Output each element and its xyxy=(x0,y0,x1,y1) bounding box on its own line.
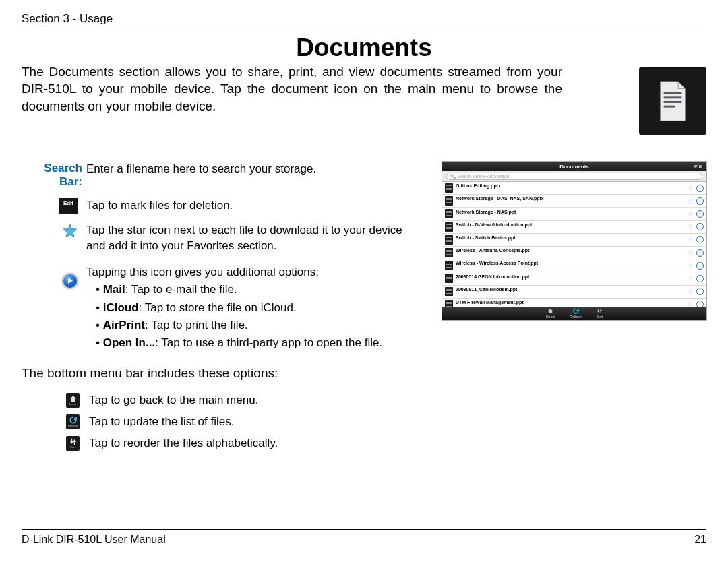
documents-tile-icon xyxy=(639,67,706,135)
option-icloud-text: : Tap to store the file on iCloud. xyxy=(139,301,297,314)
mock-row: Giftbox Editing.pptx ☆› xyxy=(442,182,706,195)
option-mail-text: : Tap to e-mail the file. xyxy=(125,283,237,296)
document-icon xyxy=(653,80,692,123)
app-screenshot: DocumentsEdit 🔍 Search SharePort Storage… xyxy=(442,162,706,320)
option-icloud-label: iCloud xyxy=(103,301,139,314)
bottom-menu-note: The bottom menu bar includes these optio… xyxy=(22,366,706,381)
home-icon: Home xyxy=(66,393,80,408)
refresh-icon: Refresh xyxy=(66,414,80,429)
searchbar-text: Enter a filename here to search your sto… xyxy=(86,162,422,189)
mock-search: 🔍 Search SharePort Storage xyxy=(446,173,702,180)
footer-page: 21 xyxy=(694,534,706,546)
svg-rect-2 xyxy=(664,101,682,103)
edit-button-icon: Edit xyxy=(59,198,78,214)
option-airprint-label: AirPrint xyxy=(103,319,145,332)
option-mail-label: Mail xyxy=(103,283,125,296)
mock-edit: Edit xyxy=(694,164,702,169)
svg-rect-1 xyxy=(664,96,682,98)
mock-row: 20090911_CableModem.ppt ☆› xyxy=(442,286,706,299)
mock-row: Wireless - Wireless Access Point.ppt ☆› xyxy=(442,259,706,272)
star-icon xyxy=(22,223,86,254)
sort-icon: Sort xyxy=(66,436,80,451)
footer-left: D-Link DIR-510L User Manual xyxy=(22,534,166,546)
svg-rect-0 xyxy=(664,92,682,94)
mock-row: Wireless - Antenna Concepts.ppt ☆› xyxy=(442,247,706,259)
more-options-icon xyxy=(22,263,86,352)
edit-button-text: Tap to mark files for deletion. xyxy=(86,198,422,214)
mock-title: Documents xyxy=(559,164,589,170)
mock-row: 20090514 GPON Introduction.ppt ☆› xyxy=(442,272,706,285)
star-text: Tap the star icon next to each file to d… xyxy=(86,223,422,254)
options-intro: Tapping this icon gives you additional o… xyxy=(86,263,422,281)
mock-bottom-bar: Home Refresh Sort xyxy=(442,307,706,320)
mock-row: Network Storage - NAS.ppt ☆› xyxy=(442,208,706,220)
section-header: Section 3 - Usage xyxy=(22,12,706,28)
home-text: Tap to go back to the main menu. xyxy=(89,394,258,407)
mock-row: Switch - Switch Basics.ppt ☆› xyxy=(442,234,706,247)
refresh-text: Tap to update the list of files. xyxy=(89,415,234,429)
svg-rect-3 xyxy=(664,106,675,108)
option-openin-label: Open In... xyxy=(103,336,155,349)
searchbar-label: Search Bar: xyxy=(22,162,86,189)
mock-row: UTM Firewall Management.ppt ☆› xyxy=(442,299,706,307)
intro-paragraph: The Documents section allows you to shar… xyxy=(22,63,565,115)
mock-row: Switch - D-View 6 Introduction.ppt ☆› xyxy=(442,221,706,234)
page-title: Documents xyxy=(22,34,706,62)
option-airprint-text: : Tap to print the file. xyxy=(145,319,248,332)
sort-text: Tap to reorder the files alphabetically. xyxy=(89,437,278,450)
option-openin-text: : Tap to use a third-party app to open t… xyxy=(155,336,382,349)
mock-row: Network Storage - DAS, NAS, SAN.pptx ☆› xyxy=(442,195,706,208)
